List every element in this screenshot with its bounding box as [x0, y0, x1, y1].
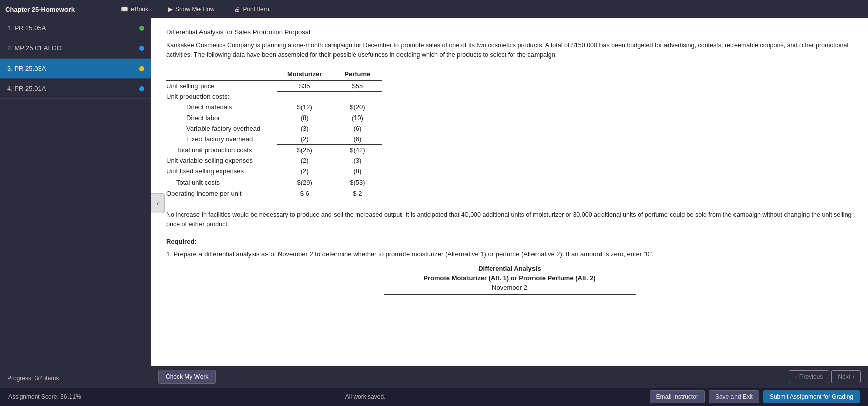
perf-val: $(53) [332, 177, 382, 188]
bottom-bar-inner: Check My Work ‹ Previous Next › [158, 370, 861, 384]
next-button[interactable]: Next › [831, 370, 861, 383]
perf-val: $55 [332, 80, 382, 92]
table-row: Total unit costs $(29) $(53) [166, 177, 382, 188]
sidebar-item-pr2501a[interactable]: 4. PR 25.01A [0, 79, 151, 99]
content-area: ‹ Differential Analysis for Sales Promot… [151, 18, 868, 388]
print-icon: 🖨 [234, 6, 240, 13]
show-me-how-button[interactable]: ▶ Show Me How [163, 4, 219, 15]
row-label: Variable factory overhead [166, 123, 277, 134]
diff-analysis-title: Differential Analysis [166, 265, 853, 272]
status-message: All work saved. [345, 393, 386, 400]
sidebar-progress: Progress: 3/4 items [0, 369, 151, 388]
table-row: Direct materials $(12) $(20) [166, 102, 382, 112]
chevron-right-icon: › [852, 373, 854, 380]
content-title: Differential Analysis for Sales Promotio… [166, 28, 853, 36]
moist-val: $(12) [277, 102, 332, 112]
row-label: Fixed factory overhead [166, 134, 277, 145]
perf-val: (6) [332, 123, 382, 134]
table-row: Operating income per unit $ 6 $ 2 [166, 188, 382, 200]
save-and-exit-button[interactable]: Save and Exit [709, 390, 759, 403]
footer-buttons: Email Instructor Save and Exit Submit As… [650, 390, 860, 403]
diff-analysis-subtitle: Promote Moisturizer (Alt. 1) or Promote … [166, 274, 853, 282]
table-row: Fixed factory overhead (2) (6) [166, 134, 382, 145]
table-row: Direct labor (8) (10) [166, 112, 382, 123]
check-my-work-button[interactable]: Check My Work [158, 370, 216, 384]
table-row: Unit selling price $35 $55 [166, 80, 382, 92]
print-item-button[interactable]: 🖨 Print Item [229, 4, 274, 15]
status-dot-yellow [139, 66, 144, 71]
col-header-empty [166, 68, 277, 80]
submit-assignment-button[interactable]: Submit Assignment for Grading [763, 390, 860, 403]
sidebar-item-mp2501algo[interactable]: 2. MP 25.01 ALGO [0, 38, 151, 59]
row-label: Direct labor [166, 112, 277, 123]
row-label: Total unit costs [166, 177, 277, 188]
moist-val: (8) [277, 112, 332, 123]
row-label: Unit selling price [166, 80, 277, 92]
sidebar-item-pr2503a[interactable]: 3. PR 25.03A [0, 59, 151, 79]
moist-val: (2) [277, 155, 332, 166]
moist-val: (2) [277, 134, 332, 145]
moist-val: $(29) [277, 177, 332, 188]
status-dot-blue [139, 46, 144, 51]
row-label: Unit variable selling expenses [166, 155, 277, 166]
diff-analysis-date: November 2 [384, 284, 636, 295]
table-row: Unit variable selling expenses (2) (3) [166, 155, 382, 166]
row-label: Total unit production costs [166, 145, 277, 156]
app-title: Chapter 25-Homework [5, 6, 106, 13]
col-header-perfume: Perfume [332, 68, 382, 80]
status-dot-blue2 [139, 86, 144, 91]
moist-val: (3) [277, 123, 332, 134]
main-layout: 1. PR 25.05A 2. MP 25.01 ALGO 3. PR 25.0… [0, 18, 868, 388]
moist-val: $35 [277, 80, 332, 92]
content-scroll: Differential Analysis for Sales Promotio… [151, 18, 868, 366]
perf-val: $ 2 [332, 188, 382, 200]
row-label: Direct materials [166, 102, 277, 112]
perf-val: (10) [332, 112, 382, 123]
row-label: Operating income per unit [166, 188, 277, 200]
previous-button[interactable]: ‹ Previous [789, 370, 830, 383]
data-table: Moisturizer Perfume Unit selling price $… [166, 68, 382, 201]
ebook-button[interactable]: 📖 eBook [116, 4, 153, 15]
question-1: 1. Prepare a differential analysis as of… [166, 249, 853, 259]
perf-val [332, 91, 382, 102]
play-icon: ▶ [168, 6, 173, 13]
moist-val: $ 6 [277, 188, 332, 200]
perf-val: (6) [332, 134, 382, 145]
sidebar: 1. PR 25.05A 2. MP 25.01 ALGO 3. PR 25.0… [0, 18, 151, 388]
moist-val [277, 91, 332, 102]
ebook-icon: 📖 [121, 6, 128, 13]
assignment-score: Assignment Score: 36.11% [8, 393, 81, 400]
footer: Assignment Score: 36.11% All work saved.… [0, 388, 868, 406]
email-instructor-button[interactable]: Email Instructor [650, 390, 705, 403]
perf-val: $(20) [332, 102, 382, 112]
perf-val: $(42) [332, 145, 382, 156]
col-header-moisturizer: Moisturizer [277, 68, 332, 80]
row-label: Unit fixed selling expenses [166, 166, 277, 177]
row-label: Unit production costs: [166, 91, 277, 102]
moist-val: (2) [277, 166, 332, 177]
required-label: Required: [166, 238, 853, 245]
sidebar-item-pr2505a[interactable]: 1. PR 25.05A [0, 18, 151, 38]
perf-val: (3) [332, 155, 382, 166]
table-row: Unit production costs: [166, 91, 382, 102]
bottom-bar: Check My Work ‹ Previous Next › [151, 366, 868, 388]
sidebar-spacer [0, 99, 151, 369]
status-dot-green [139, 26, 144, 31]
para2: No increase in facilities would be neces… [166, 210, 853, 229]
table-row: Unit fixed selling expenses (2) (8) [166, 166, 382, 177]
table-row: Total unit production costs $(25) $(42) [166, 145, 382, 156]
chevron-left-icon: ‹ [795, 373, 797, 380]
intro-paragraph: Kankakee Cosmetics Company is planning a… [166, 41, 853, 60]
perf-val: (8) [332, 166, 382, 177]
nav-buttons: ‹ Previous Next › [789, 370, 861, 383]
top-bar: Chapter 25-Homework 📖 eBook ▶ Show Me Ho… [0, 0, 868, 18]
collapse-button[interactable]: ‹ [151, 193, 165, 213]
moist-val: $(25) [277, 145, 332, 156]
table-row: Variable factory overhead (3) (6) [166, 123, 382, 134]
